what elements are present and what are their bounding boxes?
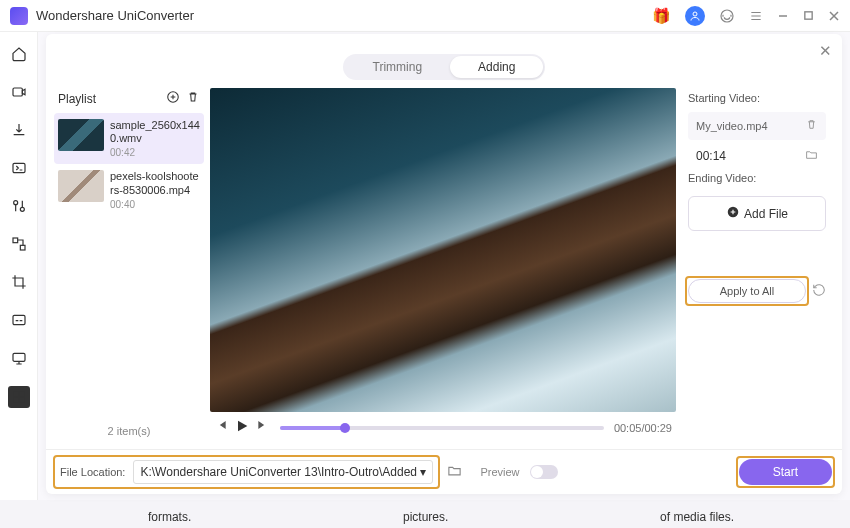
playlist-item-name: pexels-koolshooters-8530006.mp4 xyxy=(110,170,200,196)
start-button[interactable]: Start xyxy=(739,459,832,485)
rail-video-icon[interactable] xyxy=(9,82,29,102)
svg-rect-7 xyxy=(13,238,18,243)
svg-rect-9 xyxy=(13,315,25,324)
playlist-item-duration: 00:40 xyxy=(110,199,200,210)
delete-playlist-icon[interactable] xyxy=(186,90,200,107)
prev-button[interactable] xyxy=(214,418,228,437)
playlist-count: 2 item(s) xyxy=(54,419,204,443)
thumbnail xyxy=(58,119,104,151)
app-title: Wondershare UniConverter xyxy=(36,8,652,23)
starting-video-name: My_video.mp4 xyxy=(696,120,768,132)
editor-panel: ✕ Trimming Adding Playlist xyxy=(46,34,842,494)
rail-record-icon[interactable] xyxy=(9,348,29,368)
footer: File Location: K:\Wondershare UniConvert… xyxy=(46,449,842,494)
remove-start-icon[interactable] xyxy=(805,118,818,134)
maximize-button[interactable] xyxy=(803,10,814,21)
thumbnail xyxy=(58,170,104,202)
menu-icon[interactable] xyxy=(749,9,763,23)
seek-slider[interactable] xyxy=(280,426,604,430)
tab-trimming[interactable]: Trimming xyxy=(345,56,451,78)
app-logo xyxy=(10,7,28,25)
play-button[interactable] xyxy=(234,418,250,437)
svg-rect-13 xyxy=(13,398,18,403)
preview-toggle[interactable] xyxy=(530,465,558,479)
user-avatar[interactable] xyxy=(685,6,705,26)
browse-start-icon[interactable] xyxy=(805,148,818,164)
next-button[interactable] xyxy=(256,418,270,437)
side-panel: Starting Video: My_video.mp4 00:14 Endin… xyxy=(682,88,832,443)
svg-point-0 xyxy=(693,12,697,16)
minimize-button[interactable] xyxy=(777,10,789,22)
open-folder-icon[interactable] xyxy=(447,463,462,481)
svg-rect-2 xyxy=(805,12,812,19)
playlist-item[interactable]: sample_2560x1440.wmv 00:42 xyxy=(54,113,204,164)
svg-point-5 xyxy=(13,201,17,205)
apply-to-all-button[interactable]: Apply to All xyxy=(688,279,806,303)
ending-video-label: Ending Video: xyxy=(688,172,826,184)
add-playlist-icon[interactable] xyxy=(166,90,180,107)
rail-toolbox-icon[interactable] xyxy=(8,386,30,408)
rail-edit-icon[interactable] xyxy=(9,196,29,216)
reset-icon[interactable] xyxy=(812,283,826,300)
titlebar: Wondershare UniConverter 🎁 xyxy=(0,0,850,32)
starting-video-duration: 00:14 xyxy=(696,149,726,163)
svg-rect-11 xyxy=(13,392,18,397)
svg-rect-8 xyxy=(20,245,25,250)
plus-icon xyxy=(726,205,740,222)
video-preview[interactable] xyxy=(210,88,676,412)
tab-adding[interactable]: Adding xyxy=(450,56,543,78)
time-display: 00:05/00:29 xyxy=(614,422,672,434)
starting-video-file: My_video.mp4 xyxy=(688,112,826,140)
chevron-down-icon: ▾ xyxy=(420,465,426,479)
left-rail xyxy=(0,32,38,500)
mode-tabs: Trimming Adding xyxy=(46,54,842,80)
add-file-label: Add File xyxy=(744,207,788,221)
playlist-title: Playlist xyxy=(58,92,96,106)
file-location-dropdown[interactable]: K:\Wondershare UniConverter 13\Intro-Out… xyxy=(133,460,433,484)
bottom-strip: formats. pictures. of media files. xyxy=(42,510,840,524)
svg-rect-12 xyxy=(19,392,24,397)
rail-download-icon[interactable] xyxy=(9,120,29,140)
svg-rect-3 xyxy=(13,88,22,96)
playlist-item-name: sample_2560x1440.wmv xyxy=(110,119,200,145)
playlist-item-duration: 00:42 xyxy=(110,147,200,158)
svg-rect-14 xyxy=(19,398,24,403)
starting-video-label: Starting Video: xyxy=(688,92,826,104)
file-location-path: K:\Wondershare UniConverter 13\Intro-Out… xyxy=(140,465,417,479)
rail-home-icon[interactable] xyxy=(9,44,29,64)
preview-label: Preview xyxy=(480,466,519,478)
file-location-label: File Location: xyxy=(60,466,125,478)
svg-point-6 xyxy=(20,207,24,211)
close-icon[interactable]: ✕ xyxy=(819,42,832,60)
svg-rect-10 xyxy=(13,353,25,361)
rail-compress-icon[interactable] xyxy=(9,158,29,178)
add-file-button[interactable]: Add File xyxy=(688,196,826,231)
playlist: Playlist sample_2560x1440.wmv 00:42 xyxy=(54,88,204,443)
support-icon[interactable] xyxy=(719,8,735,24)
gift-icon[interactable]: 🎁 xyxy=(652,7,671,25)
rail-crop-icon[interactable] xyxy=(9,272,29,292)
close-button[interactable] xyxy=(828,10,840,22)
rail-subtitle-icon[interactable] xyxy=(9,310,29,330)
rail-merge-icon[interactable] xyxy=(9,234,29,254)
preview-area: 00:05/00:29 xyxy=(210,88,676,443)
playlist-item[interactable]: pexels-koolshooters-8530006.mp4 00:40 xyxy=(54,164,204,215)
